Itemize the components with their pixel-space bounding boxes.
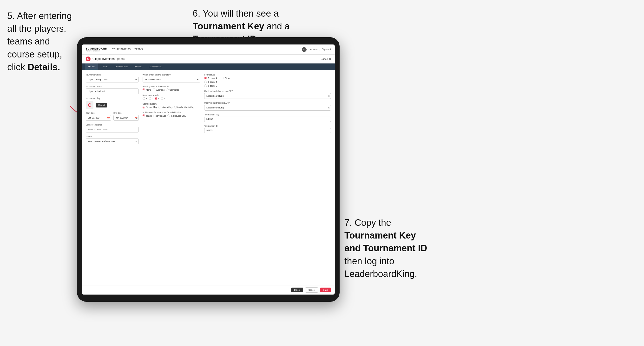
gender-mens[interactable]: Mens bbox=[142, 88, 151, 91]
calendar-icon-end: 📅 bbox=[135, 117, 138, 119]
rounds-2[interactable]: 2 bbox=[148, 97, 153, 100]
annotation-br-line2: Tournament Key bbox=[344, 230, 416, 240]
tournament-key-value: b4f8b7 bbox=[204, 117, 331, 122]
rounds-2-label: 2 bbox=[152, 97, 153, 100]
sponsor-group: Sponsor (optional) bbox=[86, 124, 139, 133]
page-title-area: C Clippd Invitational (Men) bbox=[86, 56, 124, 61]
venue-select[interactable]: Peachtree GC - Atlanta - GA bbox=[86, 139, 139, 144]
teams-label: Is this event for Teams and/or Individua… bbox=[142, 111, 200, 114]
rounds-4[interactable]: 4 bbox=[161, 97, 165, 100]
host-select[interactable]: Clippd College - Men bbox=[86, 77, 139, 82]
rounds-1-label: 1 bbox=[146, 97, 147, 100]
api1-clear-button[interactable]: ✕ bbox=[328, 95, 330, 97]
end-date-wrap: 📅 bbox=[114, 115, 139, 121]
scoring-match[interactable]: Match Play bbox=[158, 106, 173, 108]
venue-group: Venue Peachtree GC - Atlanta - GA bbox=[86, 135, 139, 144]
annotation-br-line5: LeaderboardKing. bbox=[344, 269, 417, 279]
format-6count4-label: 6 count 4 bbox=[208, 81, 217, 83]
rounds-4-dot bbox=[161, 97, 163, 100]
scoring-stroke[interactable]: Stroke Play bbox=[142, 106, 157, 108]
tab-results[interactable]: Results bbox=[131, 63, 145, 70]
start-date-wrap: 📅 bbox=[86, 115, 111, 121]
scoring-radio-group: Stroke Play Match Play Medal Match Play bbox=[142, 106, 200, 108]
teams-radio-group: Teams (+Individuals) Individuals Only bbox=[142, 114, 200, 117]
gender-womens-dot bbox=[153, 88, 155, 91]
api2-wrap: ✕ bbox=[204, 105, 331, 111]
teams-plus-dot bbox=[142, 114, 145, 117]
end-date-label: End date bbox=[114, 112, 139, 114]
logo-group: Tournament logo C Upload bbox=[86, 97, 139, 109]
api1-label: Use third-party live scoring API? bbox=[204, 90, 331, 92]
logo-upload-area: C Upload bbox=[86, 101, 139, 109]
teams-ind-label: Individuals Only bbox=[171, 115, 186, 117]
sign-out-link[interactable]: Sign out bbox=[322, 48, 331, 51]
format-other-list: Other bbox=[221, 77, 230, 87]
tab-teams[interactable]: Teams bbox=[98, 63, 112, 70]
col-mid: Which division is the event for? NCAA Di… bbox=[142, 74, 200, 282]
start-date-label: Start date bbox=[86, 112, 111, 114]
format-5count4-label: 5 count 4 bbox=[208, 77, 217, 79]
division-label: Which division is the event for? bbox=[142, 74, 200, 76]
sign-out-separator: | bbox=[320, 48, 320, 51]
key-label: Tournament Key bbox=[204, 114, 331, 116]
rounds-1[interactable]: 1 bbox=[142, 97, 147, 100]
scoring-stroke-dot bbox=[142, 106, 145, 108]
tournament-id-value: 302051 bbox=[204, 128, 331, 133]
scoring-match-dot bbox=[158, 106, 161, 108]
format-5count4[interactable]: 5 count 4 bbox=[204, 77, 217, 79]
annotation-br-line3: and Tournament ID bbox=[344, 243, 427, 253]
gender-womens[interactable]: Womens bbox=[153, 88, 164, 91]
delete-button[interactable]: Delete bbox=[291, 288, 303, 292]
tab-details[interactable]: Details bbox=[85, 63, 98, 70]
tab-leaderboards[interactable]: Leaderboards bbox=[145, 63, 166, 70]
scoring-medal-match[interactable]: Medal Match Play bbox=[174, 106, 195, 108]
id-group: Tournament ID 302051 bbox=[204, 125, 331, 133]
logo-label: Tournament logo bbox=[86, 97, 139, 100]
api2-input[interactable] bbox=[204, 105, 331, 111]
sponsor-input[interactable] bbox=[86, 127, 139, 133]
teams-ind-only[interactable]: Individuals Only bbox=[168, 114, 186, 117]
end-date-group: End date 📅 bbox=[114, 112, 139, 121]
name-input[interactable] bbox=[86, 88, 139, 94]
format-label: Format type bbox=[204, 74, 331, 76]
nav-tournaments[interactable]: TOURNAMENTS bbox=[112, 48, 130, 51]
top-nav: SCOREBOARD Powered by clippd TOURNAMENTS… bbox=[82, 44, 335, 55]
annotation-tr-tournament-key: Tournament Key bbox=[193, 21, 264, 31]
tab-course-setup[interactable]: Course Setup bbox=[111, 63, 131, 70]
page-cancel-button[interactable]: Cancel ✕ bbox=[321, 58, 331, 60]
page-title-sub: (Men) bbox=[117, 57, 124, 61]
footer-cancel-button[interactable]: Cancel bbox=[305, 287, 318, 293]
format-6count4[interactable]: 6 count 4 bbox=[204, 81, 217, 83]
annotation-tr-suffix: and a bbox=[264, 21, 290, 31]
tabs-bar: Details Teams Course Setup Results Leade… bbox=[82, 63, 335, 70]
gender-mens-dot bbox=[142, 88, 145, 91]
upload-button[interactable]: Upload bbox=[96, 103, 107, 108]
format-group: Format type 5 count 4 6 count 4 bbox=[204, 74, 331, 87]
col-left: Tournament Host Clippd College - Men Tou… bbox=[86, 74, 139, 282]
page-title: Clippd Invitational (Men) bbox=[92, 57, 124, 61]
format-list: 5 count 4 6 count 4 6 count 5 bbox=[204, 77, 217, 87]
format-other[interactable]: Other bbox=[221, 77, 230, 79]
date-row: Start date 📅 End date 📅 bbox=[86, 112, 139, 121]
gender-group: Which gender is the event for? Mens Wome… bbox=[142, 85, 200, 91]
nav-teams[interactable]: TEAMS bbox=[135, 48, 143, 51]
teams-plus-ind[interactable]: Teams (+Individuals) bbox=[142, 114, 166, 117]
gender-combined[interactable]: Combined bbox=[166, 88, 179, 91]
page-title-name: Clippd Invitational bbox=[92, 57, 115, 61]
rounds-4-label: 4 bbox=[164, 97, 165, 100]
gender-womens-label: Womens bbox=[156, 89, 164, 91]
rounds-3[interactable]: 3 bbox=[154, 97, 159, 100]
save-button[interactable]: Save bbox=[320, 288, 331, 292]
tablet-screen: SCOREBOARD Powered by clippd TOURNAMENTS… bbox=[82, 44, 335, 295]
api2-clear-button[interactable]: ✕ bbox=[328, 107, 330, 109]
tablet-device: SCOREBOARD Powered by clippd TOURNAMENTS… bbox=[77, 37, 340, 302]
division-select[interactable]: NCAA Division III bbox=[142, 77, 200, 82]
annotation-left-line3: teams and bbox=[7, 36, 50, 46]
api2-label: Use third-party scoring API? bbox=[204, 102, 331, 104]
scoring-medal-dot bbox=[174, 106, 177, 108]
start-date-group: Start date 📅 bbox=[86, 112, 111, 121]
annotation-tr-line1: 6. You will then see a bbox=[193, 8, 279, 18]
format-6count5[interactable]: 6 count 5 bbox=[204, 84, 217, 87]
api1-input[interactable] bbox=[204, 93, 331, 99]
nav-left: SCOREBOARD Powered by clippd TOURNAMENTS… bbox=[86, 47, 143, 52]
